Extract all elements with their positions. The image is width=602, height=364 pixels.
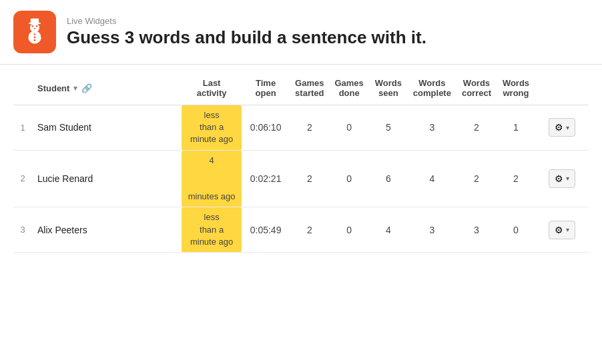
words-correct: 2 xyxy=(457,105,497,151)
time-open: 0:02:21 xyxy=(242,150,290,207)
link-icon: 🔗 xyxy=(81,83,92,93)
time-open: 0:05:49 xyxy=(242,207,290,253)
col-student: Student ▾ 🔗 xyxy=(32,71,182,105)
action-cell: ⚙ ▾ xyxy=(535,207,589,253)
student-name: Alix Peeters xyxy=(32,207,182,253)
gear-icon: ⚙ xyxy=(555,122,563,133)
dropdown-arrow-icon: ▾ xyxy=(566,124,569,131)
student-name: Sam Student xyxy=(32,105,182,151)
header-text: Live Widgets Guess 3 words and build a s… xyxy=(67,16,426,48)
row-num: 3 xyxy=(13,207,32,253)
col-num xyxy=(13,71,32,105)
col-words-wrong: Words wrong xyxy=(497,71,535,105)
col-words-seen: Words seen xyxy=(369,71,408,105)
words-seen: 6 xyxy=(369,150,408,207)
col-time-open: Time open xyxy=(242,71,290,105)
col-action xyxy=(535,71,589,105)
games-started: 2 xyxy=(290,105,329,151)
svg-line-11 xyxy=(41,33,45,36)
col-last-activity: Last activity xyxy=(182,71,242,105)
words-complete: 3 xyxy=(408,207,457,253)
games-done: 0 xyxy=(329,150,368,207)
last-activity-cell: 4minutes ago xyxy=(182,150,242,207)
table-row: 1 Sam Student lessthan a minute ago 0:06… xyxy=(13,105,589,151)
games-done: 0 xyxy=(329,207,368,253)
words-correct: 3 xyxy=(457,207,497,253)
table-row: 2 Lucie Renard 4minutes ago 0:02:21 2 0 … xyxy=(13,150,589,207)
table-container: Student ▾ 🔗 Last activity Time open Game… xyxy=(0,65,602,266)
words-seen: 5 xyxy=(369,105,408,151)
page-header: Live Widgets Guess 3 words and build a s… xyxy=(0,0,602,65)
svg-point-4 xyxy=(32,25,34,27)
words-complete: 3 xyxy=(408,105,457,151)
action-cell: ⚙ ▾ xyxy=(535,105,589,151)
header-subtitle: Live Widgets xyxy=(67,16,426,26)
table-body: 1 Sam Student lessthan a minute ago 0:06… xyxy=(13,105,589,253)
svg-point-1 xyxy=(30,23,39,32)
activity-value: lessthan a minute ago xyxy=(182,207,242,252)
games-started: 2 xyxy=(290,207,329,253)
student-name: Lucie Renard xyxy=(32,150,182,207)
last-activity-cell: lessthan a minute ago xyxy=(182,207,242,253)
table-row: 3 Alix Peeters lessthan a minute ago 0:0… xyxy=(13,207,589,253)
col-games-done: Games done xyxy=(329,71,368,105)
svg-point-7 xyxy=(34,33,36,35)
svg-line-10 xyxy=(25,33,29,36)
svg-point-6 xyxy=(34,28,36,29)
student-table: Student ▾ 🔗 Last activity Time open Game… xyxy=(13,71,589,253)
words-wrong: 0 xyxy=(497,207,535,253)
games-done: 0 xyxy=(329,105,368,151)
games-started: 2 xyxy=(290,150,329,207)
gear-button[interactable]: ⚙ ▾ xyxy=(549,169,575,188)
col-games-started: Games started xyxy=(290,71,329,105)
words-wrong: 2 xyxy=(497,150,535,207)
row-num: 2 xyxy=(13,150,32,207)
gear-button[interactable]: ⚙ ▾ xyxy=(549,221,575,239)
svg-point-9 xyxy=(34,39,36,41)
dropdown-arrow-icon: ▾ xyxy=(566,226,569,233)
activity-value: lessthan a minute ago xyxy=(182,105,242,150)
last-activity-cell: lessthan a minute ago xyxy=(182,105,242,151)
svg-point-5 xyxy=(36,25,38,27)
svg-point-8 xyxy=(34,37,36,39)
svg-rect-3 xyxy=(31,19,39,23)
col-words-complete: Words complete xyxy=(408,71,457,105)
table-header-row: Student ▾ 🔗 Last activity Time open Game… xyxy=(13,71,589,105)
header-title: Guess 3 words and build a sentence with … xyxy=(67,27,426,48)
gear-button[interactable]: ⚙ ▾ xyxy=(549,118,575,137)
app-icon xyxy=(13,11,56,53)
sort-icon[interactable]: ▾ xyxy=(73,84,77,93)
action-cell: ⚙ ▾ xyxy=(535,150,589,207)
words-wrong: 1 xyxy=(497,105,535,151)
activity-value: 4minutes ago xyxy=(182,151,242,207)
gear-icon: ⚙ xyxy=(555,173,563,184)
time-open: 0:06:10 xyxy=(242,105,290,151)
col-words-correct: Words correct xyxy=(457,71,497,105)
dropdown-arrow-icon: ▾ xyxy=(566,175,569,182)
gear-icon: ⚙ xyxy=(555,225,563,235)
snowman-icon xyxy=(20,17,49,47)
row-num: 1 xyxy=(13,105,32,151)
words-complete: 4 xyxy=(408,150,457,207)
words-seen: 4 xyxy=(369,207,408,253)
words-correct: 2 xyxy=(457,150,497,207)
